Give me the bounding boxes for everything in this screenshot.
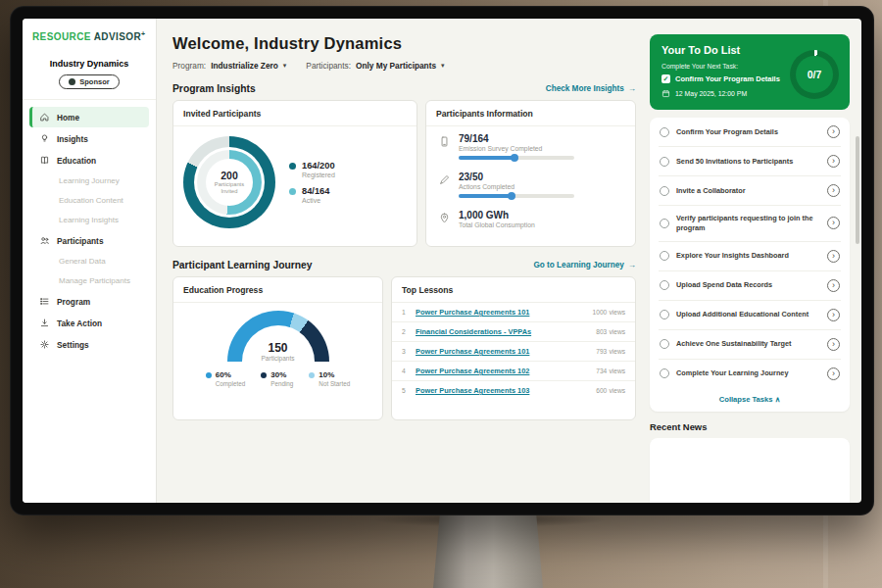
chevron-right-icon[interactable]: › (827, 368, 840, 380)
sponsor-badge[interactable]: Sponsor (59, 74, 119, 89)
brand-primary: RESOURCE (32, 31, 91, 42)
stat-emission-survey: 79/164 Emission Survey Completed (426, 126, 635, 165)
app-window: RESOURCE ADVISOR+ Industry Dynamics Spon… (23, 19, 861, 503)
checked-checkbox-icon: ✓ (662, 74, 670, 83)
todo-task[interactable]: Explore Your Insights Dashboard › (659, 242, 841, 271)
lesson-link[interactable]: Power Purchase Agreements 101 (416, 347, 589, 356)
task-checkbox[interactable] (660, 186, 669, 196)
todo-task[interactable]: Complete Your Learning Journey › (659, 360, 841, 388)
chevron-right-icon[interactable]: › (827, 184, 840, 197)
task-checkbox[interactable] (660, 251, 669, 261)
sidebar-item-settings[interactable]: Settings (29, 334, 149, 355)
lesson-row: 3 Power Purchase Agreements 101 793 view… (392, 342, 635, 362)
card-title: Participants Information (426, 101, 635, 126)
chevron-right-icon[interactable]: › (827, 217, 840, 229)
book-icon (39, 155, 50, 166)
todo-task[interactable]: Confirm Your Program Details › (659, 118, 841, 147)
donut-legend: 164/200 Registered 84/164 Active (289, 153, 335, 212)
todo-task[interactable]: Verify participants requesting to join t… (659, 206, 841, 242)
chevron-right-icon[interactable]: › (827, 125, 840, 138)
brand-plus: + (141, 30, 146, 37)
legend-dot-not-started (309, 372, 315, 378)
scrollbar-thumb[interactable] (856, 136, 859, 244)
chevron-down-icon: ▾ (441, 62, 445, 70)
org-name: Industry Dynamics (28, 59, 150, 69)
pencil-icon (438, 173, 451, 186)
sidebar-item-take-action[interactable]: Take Action (29, 313, 149, 333)
sidebar-item-learning-journey[interactable]: Learning Journey (29, 172, 149, 190)
collapse-tasks-link[interactable]: Collapse Tasks ∧ (659, 388, 841, 412)
sidebar: RESOURCE ADVISOR+ Industry Dynamics Spon… (23, 19, 157, 503)
sidebar-item-label: Manage Participants (59, 276, 130, 285)
sidebar-item-label: Settings (57, 340, 89, 350)
check-more-insights-link[interactable]: Check More Insights → (546, 84, 636, 93)
task-checkbox[interactable] (660, 219, 669, 228)
participants-label: Participants: (306, 61, 351, 71)
lesson-link[interactable]: Power Purchase Agreements 101 (416, 308, 586, 317)
card-title: Top Lessons (392, 277, 635, 303)
sidebar-item-label: Education (57, 156, 96, 166)
legend-dot-registered (289, 163, 296, 170)
lesson-row: 4 Power Purchase Agreements 102 734 view… (392, 362, 635, 381)
sidebar-item-label: General Data (59, 257, 106, 266)
go-to-learning-journey-link[interactable]: Go to Learning Journey → (533, 261, 636, 270)
task-checkbox[interactable] (660, 339, 669, 349)
sponsor-icon (69, 78, 75, 85)
todo-task[interactable]: Upload Additional Educational Content › (659, 301, 841, 330)
chevron-right-icon[interactable]: › (827, 155, 840, 168)
home-icon (39, 112, 50, 122)
donut-center-label: Participants Invited (206, 181, 253, 195)
program-select[interactable]: Program: Industrialize Zero ▾ (172, 61, 286, 71)
todo-task[interactable]: Send 50 Invitations to Participants › (659, 147, 841, 176)
task-checkbox[interactable] (660, 127, 669, 137)
sidebar-item-participants[interactable]: Participants (29, 230, 149, 251)
learning-cards-row: Education Progress 150 Participants 60% … (172, 276, 636, 420)
people-icon (39, 235, 50, 246)
calendar-icon (662, 89, 670, 98)
brand-secondary: ADVISOR (94, 31, 141, 42)
legend-item: 84/164 Active (289, 186, 335, 204)
stat-actions-completed: 23/50 Actions Completed (426, 165, 635, 203)
task-checkbox[interactable] (660, 157, 669, 167)
todo-task[interactable]: Invite a Collaborator › (659, 176, 841, 206)
task-checkbox[interactable] (660, 310, 669, 319)
sidebar-item-learning-insights[interactable]: Learning Insights (29, 211, 149, 229)
sidebar-item-program[interactable]: Program (29, 291, 149, 312)
lightbulb-icon (39, 133, 50, 144)
chevron-right-icon[interactable]: › (827, 279, 840, 292)
section-title: Program Insights (172, 83, 256, 94)
learning-journey-header: Participant Learning Journey Go to Learn… (172, 260, 636, 270)
sidebar-item-label: Insights (57, 134, 88, 144)
sidebar-item-label: Learning Journey (59, 176, 120, 185)
sidebar-nav: Home Insights Education Learning Journey… (23, 100, 156, 362)
lesson-row: 1 Power Purchase Agreements 101 1000 vie… (392, 303, 635, 322)
sidebar-item-label: Take Action (57, 318, 102, 328)
lesson-link[interactable]: Power Purchase Agreements 102 (416, 367, 589, 375)
todo-task[interactable]: Achieve One Sustainability Target › (659, 330, 841, 360)
program-label: Program: (172, 61, 206, 71)
sidebar-item-education-content[interactable]: Education Content (29, 191, 149, 210)
chevron-right-icon[interactable]: › (827, 338, 840, 351)
monitor-stand (433, 515, 543, 588)
program-value: Industrialize Zero (211, 61, 278, 71)
sidebar-item-education[interactable]: Education (29, 150, 149, 171)
lesson-link[interactable]: Power Purchase Agreements 103 (416, 386, 589, 395)
main-content: Welcome, Industry Dynamics Program: Indu… (157, 19, 644, 503)
participants-value: Only My Participants (356, 61, 436, 71)
next-task-row[interactable]: ✓ Confirm Your Program Details (662, 74, 799, 83)
progress-bar-actions (459, 194, 574, 198)
card-title: Invited Participants (173, 101, 416, 126)
sidebar-item-manage-participants[interactable]: Manage Participants (29, 271, 149, 290)
chevron-right-icon[interactable]: › (827, 250, 840, 263)
sidebar-item-insights[interactable]: Insights (29, 128, 149, 149)
task-checkbox[interactable] (660, 280, 669, 290)
task-checkbox[interactable] (660, 368, 669, 378)
lesson-link[interactable]: Financial Considerations - VPPAs (416, 327, 589, 336)
card-title: Education Progress (173, 277, 382, 303)
todo-task[interactable]: Upload Spend Data Records › (659, 271, 841, 301)
sidebar-item-general-data[interactable]: General Data (29, 252, 149, 270)
location-pin-icon (438, 212, 451, 224)
participants-select[interactable]: Participants: Only My Participants ▾ (306, 61, 444, 71)
chevron-right-icon[interactable]: › (827, 309, 840, 321)
sidebar-item-home[interactable]: Home (29, 107, 149, 127)
